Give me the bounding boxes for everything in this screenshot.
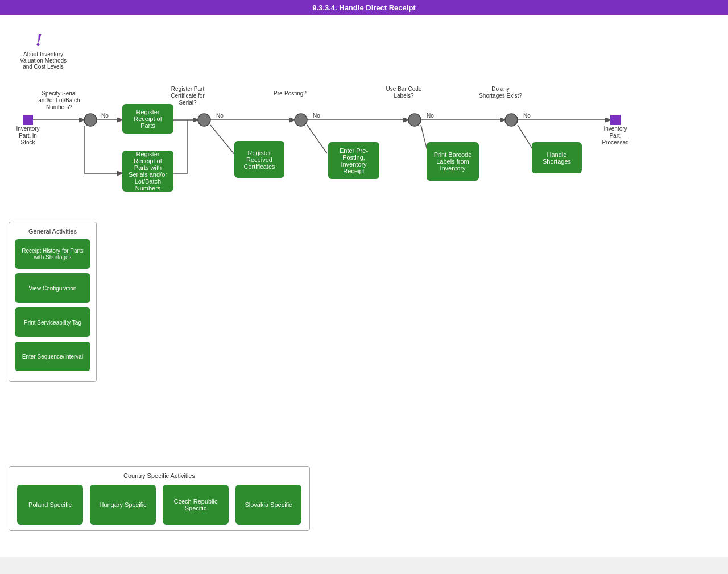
svg-text:No: No: [216, 113, 224, 119]
country-slovakia[interactable]: Slovakia Specific: [235, 485, 301, 525]
svg-text:Part,: Part,: [609, 132, 621, 139]
general-activity-view-config[interactable]: View Configuration: [15, 273, 90, 303]
country-czech[interactable]: Czech Republic Specific: [163, 485, 229, 525]
svg-text:Inventory: Inventory: [603, 126, 627, 132]
svg-text:and/or Lot/Batch: and/or Lot/Batch: [38, 97, 80, 103]
svg-line-5: [307, 125, 327, 153]
svg-text:Stock: Stock: [20, 139, 35, 145]
svg-text:Numbers?: Numbers?: [46, 104, 73, 110]
svg-rect-17: [610, 115, 621, 125]
svg-point-21: [408, 114, 421, 126]
activity-register-received-certificates[interactable]: Register Received Certificates: [234, 141, 284, 178]
svg-text:Inventory: Inventory: [16, 126, 39, 132]
svg-text:Serial?: Serial?: [179, 99, 197, 106]
svg-line-3: [210, 125, 236, 156]
svg-text:No: No: [523, 113, 531, 119]
info-note-label: About Inventory Valuation Methods and Co…: [15, 51, 72, 70]
country-poland[interactable]: Poland Specific: [17, 485, 83, 525]
general-activities-title: General Activities: [15, 228, 90, 235]
svg-text:Processed: Processed: [602, 139, 628, 145]
page-header: 9.3.3.4. Handle Direct Receipt: [0, 0, 728, 15]
activity-enter-pre-posting[interactable]: Enter Pre-Posting, Inventory Receipt: [328, 142, 379, 179]
svg-text:Shortages Exist?: Shortages Exist?: [479, 93, 522, 99]
svg-point-22: [505, 114, 518, 126]
svg-text:No: No: [101, 113, 109, 119]
country-boxes-container: Poland Specific Hungary Specific Czech R…: [17, 485, 301, 525]
svg-point-19: [198, 114, 210, 126]
svg-text:Labels?: Labels?: [394, 93, 413, 99]
svg-text:No: No: [313, 113, 320, 119]
country-hungary[interactable]: Hungary Specific: [90, 485, 156, 525]
svg-text:No: No: [427, 113, 434, 119]
activity-print-barcode[interactable]: Print Barcode Labels from Inventory: [427, 142, 479, 181]
activity-handle-shortages[interactable]: Handle Shortages: [532, 142, 582, 173]
activity-register-receipt[interactable]: Register Receipt of Parts: [122, 104, 173, 134]
general-activity-enter-sequence[interactable]: Enter Sequence/Interval: [15, 342, 90, 371]
info-icon: !: [35, 30, 42, 51]
country-activities-title: Country Specific Activities: [17, 472, 301, 479]
general-activity-print-tag[interactable]: Print Serviceability Tag: [15, 307, 90, 337]
header-title: 9.3.3.4. Handle Direct Receipt: [312, 3, 415, 12]
svg-text:Part, in: Part, in: [19, 132, 37, 139]
svg-text:Pre-Posting?: Pre-Posting?: [274, 90, 307, 97]
svg-rect-16: [23, 115, 33, 125]
svg-text:Certificate for: Certificate for: [171, 93, 205, 99]
general-activity-receipt-history[interactable]: Receipt History for Parts with Shortages: [15, 239, 90, 269]
svg-text:Register Part: Register Part: [171, 86, 205, 92]
svg-text:Use Bar Code: Use Bar Code: [386, 86, 422, 92]
svg-text:Do any: Do any: [491, 86, 510, 92]
general-activities-panel: General Activities Receipt History for P…: [9, 222, 97, 382]
country-activities-panel: Country Specific Activities Poland Speci…: [9, 466, 310, 531]
svg-point-20: [295, 114, 307, 126]
svg-text:Specify Serial: Specify Serial: [42, 90, 76, 97]
svg-point-18: [84, 114, 97, 126]
activity-register-receipt-serials[interactable]: Register Receipt of Parts with Serials a…: [122, 151, 173, 192]
